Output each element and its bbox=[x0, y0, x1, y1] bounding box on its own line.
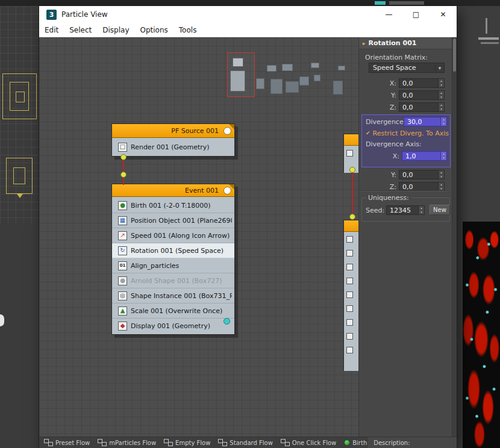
operator-row-display[interactable]: ◆ Display 001 (Geometry) bbox=[112, 319, 234, 333]
ui-sliver bbox=[478, 37, 499, 40]
menu-select[interactable]: Select bbox=[64, 26, 97, 34]
close-button[interactable]: ✕ bbox=[430, 6, 457, 23]
depot-item[interactable] bbox=[333, 81, 343, 95]
operator-row-position[interactable]: ▦ Position Object 001 (Plane2690) bbox=[112, 213, 234, 228]
fold-corner-icon bbox=[229, 124, 234, 129]
operator-row-rotation[interactable]: ↻ Rotation 001 (Speed Space) bbox=[112, 243, 234, 258]
depot-item[interactable] bbox=[286, 81, 299, 93]
matrix-x-field[interactable]: 0,0 bbox=[399, 78, 445, 88]
spinner-buttons[interactable] bbox=[440, 152, 446, 160]
matrix-z-value: 0,0 bbox=[399, 104, 438, 111]
one-click-flow-button[interactable]: One Click Flow bbox=[281, 439, 336, 446]
event-node[interactable]: Event 001 ● Birth 001 (-2-0 T:18000) ▦ P… bbox=[111, 184, 235, 335]
pf-source-header[interactable]: PF Source 001 bbox=[112, 124, 234, 138]
menu-edit[interactable]: Edit bbox=[39, 26, 64, 34]
operator-label: Rotation 001 (Speed Space) bbox=[131, 247, 223, 255]
axis-y-field[interactable]: 0,0 bbox=[399, 170, 445, 179]
operator-label: Scale 001 (Overwrite Once) bbox=[131, 307, 222, 315]
matrix-z-field[interactable]: 0,0 bbox=[399, 102, 445, 112]
seed-field[interactable]: 12345 bbox=[386, 205, 425, 215]
menubar: Edit Select Display Options Tools bbox=[39, 23, 457, 37]
axis-y-value: 0,0 bbox=[399, 171, 438, 179]
screen: 3 Particle View — □ ✕ Edit Select Displa… bbox=[0, 0, 500, 448]
app-logo-icon: 3 bbox=[46, 10, 57, 20]
panel-scrollbar[interactable] bbox=[452, 37, 457, 437]
hidden-event-node[interactable] bbox=[343, 220, 359, 370]
operator-label: Speed 001 (Along Icon Arrow) bbox=[131, 232, 230, 240]
scrollbar-thumb[interactable] bbox=[453, 39, 456, 72]
rollout-header[interactable]: ▸ Rotation 001 bbox=[359, 37, 452, 49]
operator-icon bbox=[346, 150, 353, 157]
flow-icon bbox=[98, 439, 107, 446]
test-output-dot[interactable] bbox=[349, 167, 355, 173]
operator-row-birth[interactable]: ● Birth 001 (-2-0 T:18000) bbox=[112, 198, 234, 213]
event-header[interactable]: Event 001 bbox=[112, 184, 234, 197]
new-seed-button[interactable]: New bbox=[430, 205, 450, 215]
space-dropdown[interactable]: Speed Space ▾ bbox=[369, 63, 445, 73]
depot-item[interactable] bbox=[233, 58, 243, 67]
divergence-axis-label: Divergence Axis: bbox=[366, 140, 422, 148]
standard-flow-button[interactable]: Standard Flow bbox=[218, 439, 273, 446]
source-output-dot[interactable] bbox=[120, 154, 127, 160]
maximize-button[interactable]: □ bbox=[402, 6, 430, 23]
spinner-buttons[interactable] bbox=[438, 182, 444, 191]
operator-icon bbox=[346, 291, 353, 298]
operator-icon bbox=[346, 236, 353, 243]
birth-depot-button[interactable]: Birth bbox=[344, 440, 367, 446]
event-input-dot[interactable] bbox=[349, 214, 355, 220]
position-operator-icon: ▦ bbox=[118, 216, 127, 225]
viewport-right-strip bbox=[457, 6, 500, 448]
node-title: PF Source 001 bbox=[112, 127, 223, 135]
operator-row-arnold-shape[interactable]: ● Arnold Shape 001 (Box727) bbox=[112, 273, 234, 288]
depot-item[interactable] bbox=[256, 78, 264, 89]
preset-flow-button[interactable]: Preset Flow bbox=[44, 439, 90, 446]
spinner-buttons[interactable] bbox=[418, 206, 424, 214]
spinner-buttons[interactable] bbox=[438, 91, 444, 99]
operator-label: Align_particles bbox=[131, 262, 179, 270]
operator-row-scale[interactable]: ▲ Scale 001 (Overwrite Once) bbox=[112, 303, 234, 319]
menu-options[interactable]: Options bbox=[135, 26, 173, 34]
timeline-grey-marker bbox=[389, 1, 424, 5]
axis-x-field[interactable]: 1,0 bbox=[402, 151, 447, 161]
matrix-y-field[interactable]: 0,0 bbox=[399, 90, 445, 100]
menu-display[interactable]: Display bbox=[97, 26, 134, 34]
depot-item[interactable] bbox=[314, 75, 320, 81]
viewport-top-strip bbox=[0, 0, 500, 6]
minimize-button[interactable]: — bbox=[375, 6, 402, 23]
depot-item[interactable] bbox=[311, 63, 319, 68]
operator-icon bbox=[346, 250, 353, 257]
depot-item[interactable] bbox=[230, 70, 245, 92]
menu-tools[interactable]: Tools bbox=[173, 26, 202, 34]
depot-item[interactable] bbox=[270, 79, 283, 94]
operator-row-speed[interactable]: ↗ Speed 001 (Along Icon Arrow) bbox=[112, 228, 234, 243]
axis-y-label: Y: bbox=[383, 171, 396, 179]
mparticles-flow-button[interactable]: mParticles Flow bbox=[98, 439, 156, 446]
spinner-buttons[interactable] bbox=[440, 117, 446, 126]
operator-row-render[interactable]: □ Render 001 (Geometry) bbox=[112, 139, 234, 155]
event-input-dot[interactable] bbox=[120, 172, 127, 178]
divergence-field[interactable]: 30,0 bbox=[404, 117, 447, 126]
restrict-diverg-checkbox[interactable]: ✔ Restrict Diverg. To Axis bbox=[362, 128, 449, 138]
operator-label: Arnold Shape 001 (Box727) bbox=[131, 277, 222, 285]
pf-source-node[interactable]: PF Source 001 □ Render 001 (Geometry) bbox=[111, 123, 235, 157]
operator-row-align[interactable]: 01 Align_particles bbox=[112, 258, 234, 273]
particle-view-window: 3 Particle View — □ ✕ Edit Select Displa… bbox=[39, 6, 457, 448]
flow-icon bbox=[218, 439, 227, 446]
space-dropdown-value: Speed Space bbox=[369, 64, 435, 72]
one-click-flow-label: One Click Flow bbox=[292, 440, 336, 446]
axis-x-value: 1,0 bbox=[402, 152, 440, 160]
chevron-down-icon: ▾ bbox=[435, 65, 444, 71]
depot-item[interactable] bbox=[267, 65, 277, 72]
empty-flow-button[interactable]: Empty Flow bbox=[164, 439, 210, 446]
display-output-dot[interactable] bbox=[223, 318, 230, 325]
depot-item[interactable] bbox=[338, 66, 345, 70]
spinner-buttons[interactable] bbox=[438, 103, 444, 111]
operator-row-shape-instance[interactable]: ◎ Shape Instance 001 (Box731_R... bbox=[112, 288, 234, 303]
viewport-left-strip bbox=[0, 6, 39, 448]
spinner-buttons[interactable] bbox=[438, 170, 444, 179]
depot-item[interactable] bbox=[299, 76, 309, 86]
depot-item[interactable] bbox=[282, 64, 293, 71]
spinner-buttons[interactable] bbox=[438, 79, 444, 87]
render-operator-icon: □ bbox=[118, 143, 127, 152]
window-titlebar[interactable]: 3 Particle View — □ ✕ bbox=[39, 6, 457, 23]
